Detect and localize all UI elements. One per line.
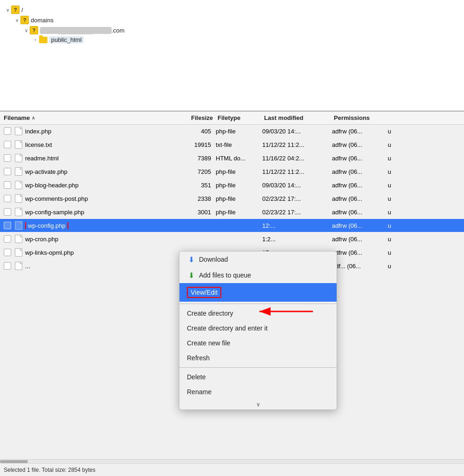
table-row[interactable]: wp-config-sample.php 3001 php-file 02/23… — [0, 205, 464, 219]
chevron-domains: ∨ — [13, 18, 20, 23]
tree-item-public-html[interactable]: › public_html — [0, 35, 464, 44]
permissions-label: Permissions — [334, 114, 370, 121]
scroll-thumb[interactable] — [0, 460, 28, 463]
ctx-create-new-file-label: Create new file — [187, 339, 230, 347]
tree-label-domain-tld: .com — [112, 27, 125, 34]
table-row[interactable]: wp-activate.php 7205 php-file 11/12/22 1… — [0, 165, 464, 178]
file-name: ... — [25, 263, 174, 270]
ctx-create-new-file[interactable]: Create new file — [179, 336, 337, 350]
ctx-create-directory-enter[interactable]: Create directory and enter it — [179, 321, 337, 336]
file-icon — [15, 221, 22, 230]
file-perms: adfrw (06... — [327, 209, 383, 216]
file-type: HTML do... — [211, 155, 258, 162]
question-icon-root: ? — [11, 6, 20, 14]
table-row[interactable]: readme.html 7389 HTML do... 11/16/22 04:… — [0, 152, 464, 165]
file-type: php-file — [211, 128, 258, 135]
tree-item-root[interactable]: ∨ ? / — [0, 5, 464, 15]
header-filename[interactable]: Filename ∧ — [4, 114, 176, 121]
table-row[interactable]: license.txt 19915 txt-file 11/12/22 11:2… — [0, 138, 464, 152]
status-text: Selected 1 file. Total size: 2854 bytes — [4, 467, 95, 473]
header-modified[interactable]: Last modified — [259, 114, 329, 121]
header-filesize[interactable]: Filesize — [176, 114, 213, 121]
view-edit-label: View/Edit — [187, 287, 221, 298]
ctx-rename-label: Rename — [187, 388, 212, 396]
file-name: wp-activate.php — [25, 168, 174, 175]
file-owner: u — [383, 195, 420, 202]
file-perms: adfrw (06... — [327, 128, 383, 135]
file-owner: u — [383, 141, 420, 148]
file-icon — [15, 167, 22, 176]
chevron-domain: ∨ — [22, 28, 30, 33]
file-type: php-file — [211, 195, 258, 202]
file-name: wp-config-sample.php — [25, 209, 174, 216]
ctx-more-arrow: ∨ — [179, 399, 337, 410]
folder-icon-public-html — [39, 37, 47, 43]
row-checkbox[interactable] — [4, 208, 11, 216]
file-name: wp-cron.php — [25, 236, 174, 243]
header-permissions[interactable]: Permissions — [329, 114, 385, 121]
file-perms: adfrw (06... — [327, 168, 383, 175]
row-checkbox[interactable] — [4, 262, 11, 270]
table-row[interactable]: index.php 405 php-file 09/03/20 14:... a… — [0, 125, 464, 138]
file-icon — [15, 194, 22, 203]
chevron-public-html: › — [32, 37, 39, 42]
row-checkbox[interactable] — [4, 141, 11, 148]
file-name: wp-blog-header.php — [25, 182, 174, 189]
file-modified: 09/03/20 14:... — [258, 182, 327, 189]
add-files-icon: ⬇ — [187, 271, 195, 279]
ctx-delete[interactable]: Delete — [179, 370, 337, 384]
file-icon — [15, 235, 22, 243]
ctx-view-edit[interactable]: View/Edit — [179, 283, 337, 302]
file-icon — [15, 181, 22, 189]
tree-label-domains: domains — [31, 17, 53, 24]
file-modified: 09/03/20 14:... — [258, 128, 327, 135]
file-perms: adfrw (06... — [327, 182, 383, 189]
file-modified: 1:2... — [258, 236, 327, 243]
file-owner: u — [383, 155, 420, 162]
filesize-label: Filesize — [191, 114, 213, 121]
file-owner: u — [383, 209, 420, 216]
file-name: license.txt — [25, 141, 174, 148]
row-checkbox[interactable] — [4, 154, 11, 162]
row-checkbox[interactable] — [4, 235, 11, 243]
arrow-annotation — [255, 302, 315, 322]
file-perms: adfrw (06... — [327, 236, 383, 243]
file-owner: u — [383, 128, 420, 135]
row-checkbox[interactable] — [4, 168, 11, 175]
ctx-rename[interactable]: Rename — [179, 384, 337, 399]
ctx-create-directory-label: Create directory — [187, 310, 233, 317]
row-checkbox[interactable] — [4, 249, 11, 256]
file-size: 3001 — [174, 209, 211, 216]
horizontal-scrollbar[interactable] — [0, 459, 464, 463]
selected-filename-border: wp-config.php — [25, 222, 68, 229]
file-name: wp-links-opml.php — [25, 249, 174, 256]
download-icon: ⬇ — [187, 255, 195, 264]
header-filetype[interactable]: Filetype — [213, 114, 259, 121]
ctx-refresh[interactable]: Refresh — [179, 350, 337, 365]
file-perms: adfrw (06... — [327, 141, 383, 148]
ctx-add-files[interactable]: ⬇ Add files to queue — [179, 267, 337, 283]
row-checkbox[interactable] — [4, 222, 11, 229]
ctx-download[interactable]: ⬇ Download — [179, 251, 337, 267]
tree-item-domain[interactable]: ∨ ? ████████ .com — [0, 25, 464, 35]
row-checkbox[interactable] — [4, 181, 11, 189]
row-checkbox[interactable] — [4, 127, 11, 135]
table-row[interactable]: wp-blog-header.php 351 php-file 09/03/20… — [0, 178, 464, 192]
table-row[interactable]: wp-config.php 12:... adfrw (06... u — [0, 219, 464, 232]
tree-label-public-html: public_html — [49, 36, 84, 43]
file-type: txt-file — [211, 141, 258, 148]
file-icon — [15, 248, 22, 257]
context-menu: ⬇ Download ⬇ Add files to queue View/Edi… — [179, 251, 337, 410]
file-perms: adfrw (06... — [327, 195, 383, 202]
file-size: 351 — [174, 182, 211, 189]
table-row[interactable]: wp-cron.php 1:2... adfrw (06... u — [0, 232, 464, 246]
file-type: php-file — [211, 168, 258, 175]
tree-item-domains[interactable]: ∨ ? domains — [0, 15, 464, 25]
table-row[interactable]: wp-comments-post.php 2338 php-file 02/23… — [0, 192, 464, 205]
file-modified: 11/12/22 11:2... — [258, 168, 327, 175]
file-modified: 11/12/22 11:2... — [258, 141, 327, 148]
row-checkbox[interactable] — [4, 195, 11, 202]
filetype-label: Filetype — [218, 114, 240, 121]
file-owner: u — [383, 222, 420, 229]
ctx-divider-2 — [179, 367, 337, 368]
